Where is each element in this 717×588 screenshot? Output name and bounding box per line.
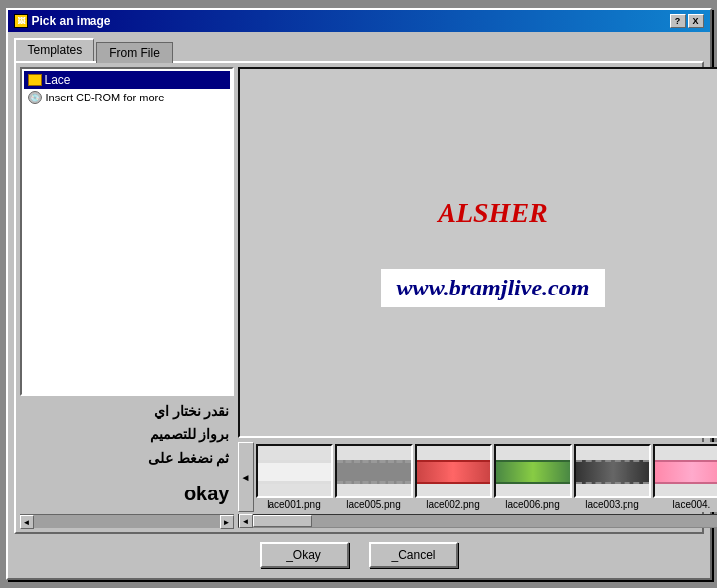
tab-content: Lace 💿 Insert CD-ROM for more نقدر نختار…: [14, 61, 704, 534]
dialog-window: 🖼 Pick an image ? X Templates From File: [6, 8, 712, 580]
preview-area: ALSHER www.bramjlive.com: [238, 67, 718, 438]
thumb-img-lace005: [335, 444, 413, 498]
thumb-label-lace002: lace002.png: [426, 499, 480, 510]
tree-item-lace[interactable]: Lace: [24, 71, 230, 89]
help-button[interactable]: ?: [670, 14, 686, 28]
left-panel: Lace 💿 Insert CD-ROM for more نقدر نختار…: [20, 67, 234, 528]
thumb-img-lace002: [415, 444, 492, 498]
scroll-left-btn[interactable]: ◄: [20, 515, 34, 529]
lace-strip-red: [417, 460, 490, 484]
thumbnail-strip: ◄ lace001.png: [238, 442, 718, 528]
thumb-label-lace003: lace003.png: [585, 499, 639, 510]
close-button[interactable]: X: [688, 14, 704, 28]
bottom-buttons: _Okay _Cancel: [14, 534, 704, 572]
thumb-img-lace003: [574, 444, 651, 498]
title-bar-buttons: ? X: [670, 14, 704, 28]
thumb-label-lace001: lace001.png: [267, 499, 321, 510]
thumb-label-lace004: lace004.: [673, 499, 711, 510]
lace-strip-pink: [655, 460, 718, 484]
okay-label: okay: [24, 477, 230, 510]
thumb-lace002[interactable]: lace002.png: [415, 444, 492, 510]
thumb-lace005[interactable]: lace005.png: [335, 444, 413, 510]
cd-icon: 💿: [28, 91, 42, 104]
hscroll-bar: ◄ ►: [238, 514, 718, 528]
thumb-img-lace004: [653, 444, 718, 498]
arabic-line-2: برواز للتصميم: [24, 423, 230, 447]
tab-templates[interactable]: Templates: [14, 38, 95, 61]
website-text: www.bramjlive.com: [397, 275, 590, 301]
title-bar-left: 🖼 Pick an image: [14, 14, 111, 28]
arabic-text-area: نقدر نختار اي برواز للتصميم ثم نضغط على …: [20, 396, 234, 514]
arabic-line-3: ثم نضغط على: [24, 447, 230, 471]
thumb-img-lace006: [494, 444, 572, 498]
hscroll-thumb[interactable]: [253, 515, 312, 527]
thumb-scroll-left[interactable]: ◄: [238, 442, 254, 512]
folder-icon: [28, 74, 42, 86]
right-panel: ALSHER www.bramjlive.com ◄: [238, 67, 718, 528]
thumb-lace004[interactable]: lace004.: [653, 444, 718, 510]
tree-item-lace-label: Lace: [45, 73, 71, 87]
hscroll-track[interactable]: [253, 515, 718, 527]
left-panel-scrollbar: ◄ ►: [20, 514, 234, 528]
tree-content: Lace 💿 Insert CD-ROM for more: [22, 69, 232, 394]
website-box: www.bramjlive.com: [381, 269, 606, 307]
dialog-body: Templates From File Lace: [8, 32, 710, 578]
scroll-right-btn[interactable]: ►: [220, 515, 234, 529]
window-title: Pick an image: [32, 14, 111, 28]
tree-item-cdrom-label: Insert CD-ROM for more: [46, 92, 165, 103]
scroll-track[interactable]: [34, 515, 220, 528]
arabic-line-1: نقدر نختار اي: [24, 400, 230, 424]
lace-strip-white: [258, 460, 331, 484]
thumbnail-scroll-area: ◄ lace001.png: [238, 442, 718, 512]
tab-from-file[interactable]: From File: [96, 42, 173, 63]
thumb-lace003[interactable]: lace003.png: [574, 444, 651, 510]
thumbnails-row: lace001.png lace005.png: [254, 442, 718, 512]
cancel-label: _Cancel: [391, 548, 435, 562]
thumb-label-lace006: lace006.png: [505, 499, 560, 510]
thumb-lace001[interactable]: lace001.png: [256, 444, 333, 510]
tree-item-cdrom[interactable]: 💿 Insert CD-ROM for more: [24, 89, 230, 106]
tree-panel: Lace 💿 Insert CD-ROM for more: [20, 67, 234, 396]
thumb-label-lace005: lace005.png: [346, 499, 401, 510]
thumb-img-lace001: [256, 444, 333, 498]
brand-text: ALSHER: [438, 197, 547, 229]
okay-button[interactable]: _Okay: [260, 542, 349, 568]
tabs-row: Templates From File: [14, 38, 704, 61]
okay-label: _Okay: [286, 548, 321, 562]
lace-strip-dark: [576, 460, 649, 484]
lace-strip-green: [496, 460, 570, 484]
cancel-button[interactable]: _Cancel: [369, 542, 458, 568]
hscroll-left-arrow[interactable]: ◄: [239, 514, 253, 528]
thumb-lace006[interactable]: lace006.png: [494, 444, 572, 510]
lace-strip-gray: [337, 460, 411, 484]
window-icon: 🖼: [14, 14, 28, 28]
title-bar: 🖼 Pick an image ? X: [8, 10, 710, 32]
